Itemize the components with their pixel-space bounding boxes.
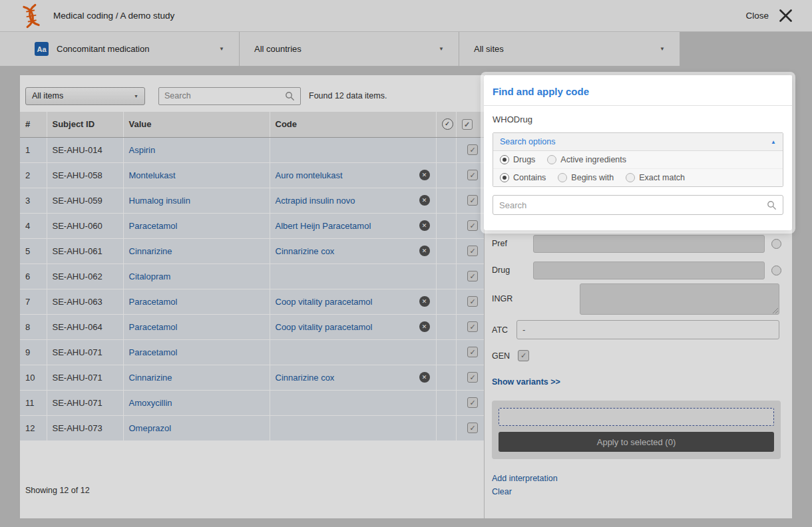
radio-label: Drugs <box>513 155 535 164</box>
row-checkbox[interactable]: ✓ <box>467 246 478 256</box>
gen-label: GEN <box>492 351 510 361</box>
dictionary-label: WHODrug <box>493 114 783 124</box>
subject-id-cell: SE-AHU-061 <box>47 238 123 264</box>
row-number-cell: 2 <box>20 162 47 188</box>
table-row: 9 SE-AHU-071 Paracetamol ✕ ✓ <box>20 339 484 365</box>
pref-input <box>533 235 765 253</box>
row-checkbox[interactable]: ✓ <box>467 144 478 155</box>
close-icon <box>778 8 793 23</box>
show-variants-link[interactable]: Show variants >> <box>492 377 560 387</box>
match-type-radio-group: ContainsBegins withExact match <box>493 168 783 186</box>
radio-contains[interactable]: Contains <box>500 173 546 182</box>
code-cell: Cinnarizine cox ✕ <box>270 365 436 390</box>
row-number-cell: 11 <box>20 390 47 415</box>
remove-code-button[interactable]: ✕ <box>419 321 430 332</box>
value-link[interactable]: Humalog insulin <box>129 196 191 206</box>
row-checkbox[interactable]: ✓ <box>467 220 478 231</box>
apply-to-selected-button[interactable]: Apply to selected (0) <box>499 432 774 452</box>
col-header-select[interactable]: ✓ <box>456 112 484 137</box>
dialog-title: Medical coding / A demo study <box>53 11 174 21</box>
search-options-box: Search options ▲ DrugsActive ingredients… <box>493 132 783 187</box>
subject-id-cell: SE-AHU-071 <box>47 390 123 415</box>
value-link[interactable]: Montelukast <box>129 170 176 180</box>
atc-input[interactable] <box>516 320 779 339</box>
row-checkbox[interactable]: ✓ <box>467 195 478 206</box>
code-link[interactable]: Coop vitality paracetamol <box>276 322 373 332</box>
remove-code-button[interactable]: ✕ <box>419 170 430 180</box>
row-checkbox[interactable]: ✓ <box>467 296 478 307</box>
code-link[interactable]: Auro montelukast <box>276 170 343 180</box>
code-cell: Cinnarizine cox ✕ <box>270 238 436 264</box>
code-link[interactable]: Coop vitality paracetamol <box>276 297 373 307</box>
remove-code-button[interactable]: ✕ <box>419 296 430 307</box>
value-cell: Amoxycillin <box>123 390 270 415</box>
table-row: 6 SE-AHU-062 Citalopram ✕ ✓ <box>20 264 484 289</box>
status-cell <box>436 162 456 188</box>
radio-begins-with[interactable]: Begins with <box>558 173 614 182</box>
row-checkbox[interactable]: ✓ <box>467 397 478 408</box>
magnifier-icon <box>285 91 295 101</box>
value-link[interactable]: Cinnarizine <box>129 373 172 383</box>
row-checkbox[interactable]: ✓ <box>467 372 478 383</box>
text-type-icon: Aa <box>35 42 49 56</box>
pref-label: Pref <box>492 239 507 248</box>
countries-dropdown[interactable]: All countries ▼ <box>240 32 459 66</box>
row-number-cell: 12 <box>20 415 47 440</box>
row-checkbox[interactable]: ✓ <box>467 321 478 332</box>
status-cell <box>436 314 456 339</box>
value-link[interactable]: Cinnarizine <box>129 246 172 256</box>
close-button[interactable]: Close <box>745 8 793 23</box>
select-cell: ✓ <box>456 339 484 365</box>
items-search-input[interactable] <box>164 91 285 100</box>
value-link[interactable]: Omeprazol <box>129 423 172 433</box>
clear-link[interactable]: Clear <box>492 487 512 496</box>
row-number-cell: 4 <box>20 213 47 238</box>
remove-code-button[interactable]: ✕ <box>419 246 430 256</box>
search-options-toggle[interactable]: Search options ▲ <box>493 133 783 151</box>
code-search-input[interactable] <box>499 200 767 210</box>
drug-label: Drug <box>492 265 510 275</box>
code-cell: ✕ <box>270 339 436 365</box>
row-checkbox[interactable]: ✓ <box>467 347 478 357</box>
item-type-dropdown[interactable]: Aa Concomitant medication ▼ <box>20 32 240 66</box>
items-scope-dropdown[interactable]: All items ▼ <box>25 87 145 105</box>
checkbox-icon: ✓ <box>462 119 473 130</box>
table-controls: All items ▼ Found 12 data items. <box>25 87 387 105</box>
radio-exact-match[interactable]: Exact match <box>626 173 685 182</box>
radio-active-ingredients[interactable]: Active ingredients <box>547 155 626 164</box>
row-checkbox[interactable]: ✓ <box>467 423 478 433</box>
code-link[interactable]: Cinnarizine cox <box>276 373 335 383</box>
value-cell: Paracetamol <box>123 213 270 238</box>
value-link[interactable]: Aspirin <box>129 145 156 155</box>
add-interpretation-link[interactable]: Add interpretation <box>492 474 558 483</box>
radio-icon <box>626 173 635 182</box>
drug-input <box>533 262 765 279</box>
panel-title: Find and apply code <box>484 75 792 106</box>
value-link[interactable]: Paracetamol <box>129 322 178 332</box>
value-cell: Paracetamol <box>123 339 270 365</box>
code-link[interactable]: Albert Heijn Paracetamol <box>276 221 371 231</box>
gen-checkbox[interactable]: ✓ <box>518 350 529 361</box>
code-link[interactable]: Cinnarizine cox <box>276 246 335 256</box>
select-cell: ✓ <box>456 289 484 314</box>
row-checkbox[interactable]: ✓ <box>467 170 478 180</box>
ingr-textarea <box>580 283 779 315</box>
value-link[interactable]: Paracetamol <box>129 297 178 307</box>
remove-code-button[interactable]: ✕ <box>419 195 430 206</box>
remove-code-button[interactable]: ✕ <box>419 220 430 231</box>
value-link[interactable]: Amoxycillin <box>129 398 172 408</box>
code-cell: Coop vitality paracetamol ✕ <box>270 289 436 314</box>
interpretation-drop-area[interactable] <box>499 408 774 426</box>
row-number-cell: 1 <box>20 137 47 162</box>
remove-code-button[interactable]: ✕ <box>419 372 430 383</box>
code-link[interactable]: Actrapid insulin novo <box>276 196 355 206</box>
value-link[interactable]: Paracetamol <box>129 347 178 357</box>
value-link[interactable]: Citalopram <box>129 271 171 281</box>
sites-dropdown[interactable]: All sites ▼ <box>459 32 680 66</box>
value-link[interactable]: Paracetamol <box>129 221 178 231</box>
radio-drugs[interactable]: Drugs <box>500 155 535 164</box>
radio-icon <box>547 155 556 164</box>
value-cell: Omeprazol <box>123 415 270 440</box>
radio-icon <box>500 155 509 164</box>
row-checkbox[interactable]: ✓ <box>467 271 478 281</box>
